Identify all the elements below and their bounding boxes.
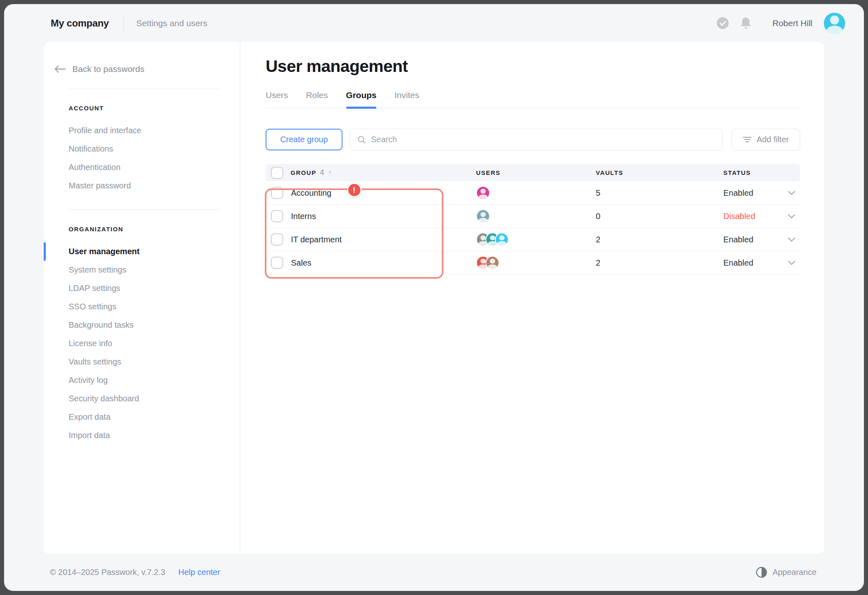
chevron-down-icon[interactable] bbox=[788, 237, 795, 242]
table-header-row: GROUP 4 ↑ USERS VAULTS STATUS bbox=[266, 164, 800, 181]
sidebar-item-ldap-settings[interactable]: LDAP settings bbox=[69, 279, 240, 298]
sidebar-section-account: ACCOUNT bbox=[69, 105, 240, 112]
appearance-half-circle-icon bbox=[756, 567, 767, 578]
select-all-checkbox[interactable] bbox=[271, 167, 283, 179]
tab-users[interactable]: Users bbox=[266, 90, 288, 108]
table-row: Interns 0 Disabled bbox=[266, 205, 800, 228]
chevron-down-icon[interactable] bbox=[788, 191, 795, 195]
back-to-passwords-link[interactable]: Back to passwords bbox=[54, 64, 240, 74]
vaults-count: 0 bbox=[596, 212, 723, 221]
search-input[interactable] bbox=[371, 135, 715, 144]
page-title: User management bbox=[266, 57, 800, 76]
tab-roles[interactable]: Roles bbox=[306, 90, 328, 108]
row-checkbox[interactable] bbox=[271, 233, 283, 246]
filter-icon bbox=[743, 136, 752, 143]
create-group-button[interactable]: Create group bbox=[266, 129, 342, 150]
member-avatar bbox=[476, 186, 490, 200]
member-avatar bbox=[485, 256, 499, 270]
row-checkbox[interactable] bbox=[271, 187, 283, 199]
sidebar-item-authentication[interactable]: Authentication bbox=[69, 158, 240, 177]
member-avatar bbox=[495, 233, 509, 246]
sidebar-item-export-data[interactable]: Export data bbox=[69, 408, 240, 426]
sidebar-item-import-data[interactable]: Import data bbox=[69, 426, 240, 445]
sidebar-account-list: Profile and interface Notifications Auth… bbox=[69, 121, 240, 195]
sidebar-item-background-tasks[interactable]: Background tasks bbox=[69, 316, 240, 334]
group-count: 4 bbox=[320, 168, 324, 177]
member-avatar bbox=[476, 209, 490, 223]
table-row: Accounting 5 Enabled bbox=[266, 181, 800, 205]
sidebar-item-license-info[interactable]: License info bbox=[69, 334, 240, 353]
table-row: IT department 2 Enabled bbox=[266, 228, 800, 251]
tab-invites[interactable]: Invites bbox=[394, 90, 419, 108]
sidebar-item-master-password[interactable]: Master password bbox=[69, 177, 240, 195]
back-label: Back to passwords bbox=[72, 64, 144, 74]
sidebar-item-profile-and-interface[interactable]: Profile and interface bbox=[69, 121, 240, 140]
active-indicator-bar bbox=[44, 242, 46, 261]
bell-icon[interactable] bbox=[729, 17, 752, 30]
appearance-toggle[interactable]: Appearance bbox=[756, 567, 817, 578]
sidebar-item-system-settings[interactable]: System settings bbox=[69, 261, 240, 279]
vaults-count: 2 bbox=[596, 258, 723, 268]
sidebar-item-activity-log[interactable]: Activity log bbox=[69, 371, 240, 389]
group-name[interactable]: Sales bbox=[291, 258, 311, 268]
search-icon bbox=[358, 136, 366, 144]
status-label: Disabled bbox=[723, 212, 755, 221]
company-name: My company bbox=[51, 18, 109, 29]
sidebar-item-notifications[interactable]: Notifications bbox=[69, 140, 240, 158]
copyright-text: © 2014–2025 Passwork, v.7.2.3 bbox=[50, 568, 165, 577]
user-name[interactable]: Robert Hill bbox=[772, 18, 812, 28]
vaults-count: 2 bbox=[596, 235, 723, 244]
sidebar-section-organization: ORGANIZATION bbox=[69, 226, 240, 233]
chevron-down-icon[interactable] bbox=[788, 214, 795, 219]
app-window: My company Settings and users Robert Hil… bbox=[4, 4, 864, 591]
group-name[interactable]: Interns bbox=[291, 212, 316, 221]
sidebar: Back to passwords ACCOUNT Profile and in… bbox=[44, 42, 240, 554]
content-card: Back to passwords ACCOUNT Profile and in… bbox=[44, 42, 824, 554]
status-label: Enabled bbox=[723, 188, 753, 198]
group-name[interactable]: Accounting bbox=[291, 188, 331, 198]
main-panel: User management Users Roles Groups Invit… bbox=[240, 42, 824, 554]
footer: © 2014–2025 Passwork, v.7.2.3 Help cente… bbox=[4, 554, 864, 591]
topbar-divider bbox=[123, 16, 124, 31]
sidebar-item-vaults-settings[interactable]: Vaults settings bbox=[69, 353, 240, 371]
chevron-down-icon[interactable] bbox=[788, 261, 795, 265]
toolbar: Create group Add filter bbox=[266, 129, 800, 150]
status-label: Enabled bbox=[723, 235, 753, 244]
appearance-label: Appearance bbox=[772, 568, 817, 577]
help-center-link[interactable]: Help center bbox=[178, 568, 220, 577]
column-header-status: STATUS bbox=[723, 169, 800, 176]
row-checkbox[interactable] bbox=[271, 257, 283, 269]
groups-table: GROUP 4 ↑ USERS VAULTS STATUS Accounting bbox=[266, 164, 800, 275]
sort-arrow-up-icon[interactable]: ↑ bbox=[328, 168, 332, 177]
table-row: Sales 2 Enabled bbox=[266, 251, 800, 275]
check-circle-icon[interactable] bbox=[717, 17, 729, 29]
sidebar-item-user-management[interactable]: User management bbox=[69, 242, 240, 261]
tabs: Users Roles Groups Invites bbox=[266, 90, 800, 108]
add-filter-label: Add filter bbox=[757, 135, 789, 144]
sidebar-divider bbox=[69, 89, 219, 89]
search-box bbox=[350, 129, 723, 150]
sidebar-organization-list: User management System settings LDAP set… bbox=[69, 242, 240, 445]
sidebar-item-sso-settings[interactable]: SSO settings bbox=[69, 298, 240, 316]
vaults-count: 5 bbox=[596, 188, 723, 198]
column-header-users: USERS bbox=[476, 169, 596, 176]
row-checkbox[interactable] bbox=[271, 210, 283, 222]
add-filter-button[interactable]: Add filter bbox=[732, 129, 800, 150]
group-name[interactable]: IT department bbox=[291, 235, 342, 244]
sidebar-divider bbox=[69, 210, 219, 210]
status-label: Enabled bbox=[723, 258, 753, 268]
arrow-left-icon bbox=[54, 65, 66, 73]
topbar: My company Settings and users Robert Hil… bbox=[4, 4, 864, 42]
topbar-section-label: Settings and users bbox=[136, 18, 207, 28]
column-header-vaults: VAULTS bbox=[596, 169, 723, 176]
sidebar-item-security-dashboard[interactable]: Security dashboard bbox=[69, 389, 240, 408]
tab-groups[interactable]: Groups bbox=[346, 90, 377, 108]
column-header-group[interactable]: GROUP bbox=[291, 169, 316, 176]
sidebar-item-label: User management bbox=[69, 247, 139, 256]
user-avatar[interactable] bbox=[824, 13, 845, 34]
